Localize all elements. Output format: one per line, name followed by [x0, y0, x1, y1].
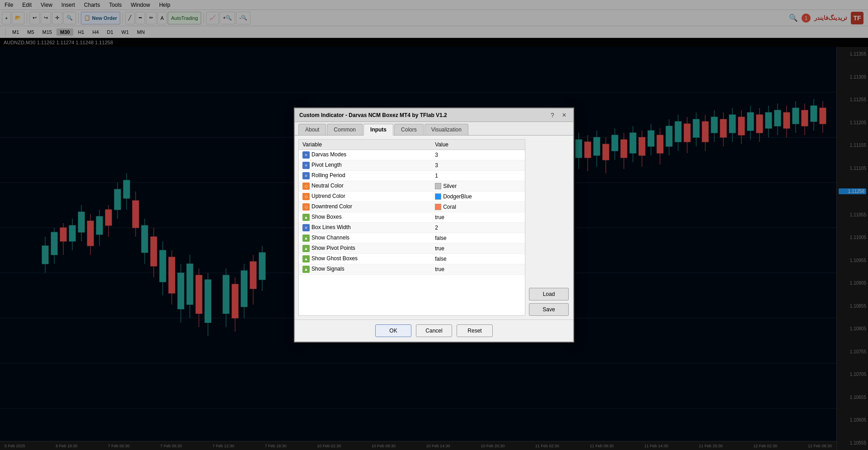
table-cell-value: true — [431, 244, 525, 254]
table-cell-variable: ≡Rolling Period — [299, 171, 431, 181]
color-swatch — [435, 183, 441, 189]
table-cell-variable: ≡Pivot Length — [299, 160, 431, 171]
table-row[interactable]: ◇Neutral ColorSilver — [299, 181, 525, 192]
table-cell-variable: ≡Box Lines Width — [299, 223, 431, 233]
dialog-close-button[interactable]: × — [560, 111, 569, 120]
table-cell-value: 1 — [431, 171, 525, 181]
param-value: Silver — [443, 183, 457, 189]
table-cell-variable: ≡Darvas Modes — [299, 150, 431, 160]
table-cell-value: 3 — [431, 150, 525, 160]
table-cell-variable: ◇Uptrend Color — [299, 192, 431, 202]
table-row[interactable]: ▲Show Boxestrue — [299, 212, 525, 223]
table-cell-value: DodgerBlue — [431, 192, 525, 202]
row-icon: ≡ — [302, 172, 310, 179]
table-cell-variable: ▲Show Boxes — [299, 212, 431, 223]
param-value: true — [435, 266, 444, 272]
dialog-content: Variable Value ≡Darvas Modes3≡Pivot Leng… — [295, 136, 573, 319]
row-icon: ▲ — [302, 266, 310, 273]
tab-about[interactable]: About — [298, 124, 326, 135]
row-icon: ≡ — [302, 162, 310, 169]
table-cell-variable: ◇Downtrend Color — [299, 202, 431, 212]
row-icon: ≡ — [302, 151, 310, 159]
table-row[interactable]: ≡Box Lines Width2 — [299, 223, 525, 233]
table-row[interactable]: ▲Show Ghost Boxesfalse — [299, 254, 525, 264]
save-button[interactable]: Save — [529, 303, 569, 316]
variable-name: Box Lines Width — [311, 224, 351, 230]
param-value: 2 — [435, 225, 438, 231]
dialog-title-icons: ? × — [548, 111, 569, 120]
col-variable: Variable — [299, 140, 431, 150]
tab-common[interactable]: Common — [327, 124, 363, 135]
row-icon: ▲ — [302, 245, 310, 252]
table-cell-variable: ▲Show Ghost Boxes — [299, 254, 431, 264]
table-cell-value: true — [431, 212, 525, 223]
table-cell-variable: ▲Show Pivot Points — [299, 244, 431, 254]
color-swatch — [435, 204, 441, 210]
tab-colors[interactable]: Colors — [394, 124, 424, 135]
dialog-help-button[interactable]: ? — [548, 111, 557, 120]
variable-name: Downtrend Color — [311, 203, 352, 210]
cancel-button[interactable]: Cancel — [416, 324, 452, 337]
table-row[interactable]: ◇Downtrend ColorCoral — [299, 202, 525, 212]
param-value: 1 — [435, 173, 438, 179]
modal-overlay: Custom Indicator - Darvas NCM Boxez MT4 … — [0, 0, 868, 450]
tab-inputs[interactable]: Inputs — [363, 124, 393, 136]
row-icon: ◇ — [302, 203, 310, 211]
variable-name: Show Boxes — [311, 214, 342, 220]
dialog-titlebar: Custom Indicator - Darvas NCM Boxez MT4 … — [295, 108, 573, 122]
param-value: false — [435, 256, 446, 262]
row-icon: ≡ — [302, 224, 310, 231]
table-cell-value: false — [431, 254, 525, 264]
color-swatch — [435, 193, 441, 200]
param-value: Coral — [443, 204, 456, 210]
param-value: true — [435, 214, 444, 220]
variable-name: Darvas Modes — [311, 151, 346, 158]
table-row[interactable]: ≡Darvas Modes3 — [299, 150, 525, 160]
row-icon: ▲ — [302, 255, 310, 262]
dialog-side-panel: Load Save — [529, 139, 570, 316]
variable-name: Pivot Length — [311, 162, 342, 168]
custom-indicator-dialog: Custom Indicator - Darvas NCM Boxez MT4 … — [294, 108, 574, 342]
variable-name: Neutral Color — [311, 183, 344, 189]
variable-name: Show Channels — [311, 234, 349, 241]
param-value: true — [435, 245, 444, 252]
table-cell-variable: ▲Show Signals — [299, 264, 431, 275]
table-row[interactable]: ▲Show Pivot Pointstrue — [299, 244, 525, 254]
table-cell-value: 3 — [431, 160, 525, 171]
dialog-footer: OK Cancel Reset — [295, 319, 573, 342]
table-row[interactable]: ▲Show Channelsfalse — [299, 233, 525, 244]
table-row[interactable]: ≡Pivot Length3 — [299, 160, 525, 171]
row-icon: ◇ — [302, 193, 310, 200]
dialog-tabs: About Common Inputs Colors Visualization — [295, 122, 573, 136]
table-row[interactable]: ≡Rolling Period1 — [299, 171, 525, 181]
table-row[interactable]: ◇Uptrend ColorDodgerBlue — [299, 192, 525, 202]
row-icon: ◇ — [302, 183, 310, 190]
row-icon: ▲ — [302, 214, 310, 221]
params-table[interactable]: Variable Value ≡Darvas Modes3≡Pivot Leng… — [298, 139, 525, 316]
table-cell-value: Silver — [431, 181, 525, 192]
load-button[interactable]: Load — [529, 288, 569, 300]
table-cell-variable: ▲Show Channels — [299, 233, 431, 244]
param-value: DodgerBlue — [443, 193, 472, 200]
ok-button[interactable]: OK — [375, 324, 411, 337]
variable-name: Show Pivot Points — [311, 245, 355, 251]
table-row[interactable]: ▲Show Signalstrue — [299, 264, 525, 275]
param-value: 3 — [435, 152, 438, 158]
param-value: false — [435, 235, 446, 241]
dialog-title: Custom Indicator - Darvas NCM Boxez MT4 … — [299, 112, 447, 118]
param-value: 3 — [435, 162, 438, 169]
table-cell-value: false — [431, 233, 525, 244]
table-cell-value: true — [431, 264, 525, 275]
table-cell-value: Coral — [431, 202, 525, 212]
variable-name: Show Ghost Boxes — [311, 255, 358, 262]
table-cell-variable: ◇Neutral Color — [299, 181, 431, 192]
variable-name: Uptrend Color — [311, 193, 345, 199]
tab-visualization[interactable]: Visualization — [425, 124, 468, 135]
variable-name: Show Signals — [311, 266, 344, 272]
row-icon: ▲ — [302, 234, 310, 242]
variable-name: Rolling Period — [311, 172, 345, 178]
reset-button[interactable]: Reset — [457, 324, 493, 337]
table-cell-value: 2 — [431, 223, 525, 233]
col-value: Value — [431, 140, 525, 150]
